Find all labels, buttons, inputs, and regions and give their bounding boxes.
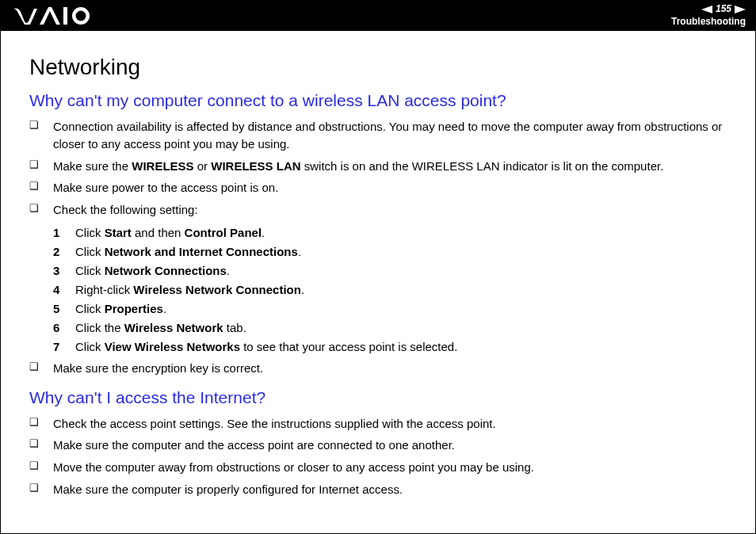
bullet-text: Make sure the encryption key is correct. (53, 360, 263, 377)
list-item: ❑ Check the access point settings. See t… (29, 415, 727, 433)
step-text: Click Start and then Control Panel. (75, 223, 265, 242)
bullet-text: Check the following setting: (53, 201, 198, 219)
step-number: 6 (53, 318, 75, 338)
list-item: ❑ Make sure the WIRELESS or WIRELESS LAN… (29, 158, 727, 175)
list-item: ❑ Make sure the computer and the access … (29, 437, 727, 454)
next-page-arrow-icon[interactable] (735, 6, 746, 13)
bullet-icon: ❑ (29, 459, 53, 474)
list-item: ❑ Check the following setting: (29, 201, 727, 219)
step-item: 3 Click Network Connections. (53, 261, 727, 280)
step-item: 2 Click Network and Internet Connections… (53, 242, 727, 261)
bullet-icon: ❑ (29, 158, 53, 173)
step-item: 7 Click View Wireless Networks to see th… (53, 338, 727, 357)
list-item: ❑ Make sure the encryption key is correc… (29, 360, 727, 377)
header-right: 155 Troubleshooting (671, 3, 746, 28)
bullet-icon: ❑ (29, 201, 53, 216)
step-text: Click Network and Internet Connections. (75, 242, 301, 261)
bullet-text: Make sure the computer and the access po… (53, 437, 455, 454)
bullet-text: Make sure the WIRELESS or WIRELESS LAN s… (53, 158, 663, 175)
step-item: 1 Click Start and then Control Panel. (53, 223, 727, 242)
bullet-list-1: ❑ Connection availability is affected by… (29, 118, 727, 219)
bullet-icon: ❑ (29, 179, 53, 194)
step-item: 6 Click the Wireless Network tab. (53, 318, 727, 338)
step-text: Click the Wireless Network tab. (75, 318, 246, 338)
bullet-list-2: ❑ Check the access point settings. See t… (29, 415, 727, 498)
bullet-text: Make sure power to the access point is o… (53, 179, 278, 196)
step-text: Click View Wireless Networks to see that… (75, 338, 457, 357)
step-item: 4 Right-click Wireless Network Connectio… (53, 280, 727, 299)
step-text: Click Network Connections. (75, 261, 230, 280)
bullet-text: Make sure the computer is properly confi… (53, 481, 403, 498)
page-number: 155 (716, 3, 731, 16)
vaio-logo (13, 7, 91, 25)
bullet-text: Check the access point settings. See the… (53, 415, 496, 433)
list-item: ❑ Make sure power to the access point is… (29, 179, 727, 196)
step-number: 7 (53, 338, 75, 357)
bullet-icon: ❑ (29, 360, 53, 375)
section-label: Troubleshooting (671, 16, 746, 29)
svg-point-2 (76, 11, 86, 21)
page-navigation: 155 (671, 3, 746, 16)
bullet-text: Connection availability is affected by d… (53, 118, 727, 153)
bullet-text: Move the computer away from obstructions… (53, 459, 534, 476)
step-item: 5 Click Properties. (53, 299, 727, 318)
list-item: ❑ Make sure the computer is properly con… (29, 481, 727, 498)
bullet-icon: ❑ (29, 437, 53, 452)
step-number: 4 (53, 280, 75, 299)
question-heading-2: Why can't I access the Internet? (29, 388, 727, 407)
question-heading-1: Why can't my computer connect to a wirel… (29, 91, 727, 110)
step-text: Click Properties. (75, 299, 166, 318)
list-item: ❑ Move the computer away from obstructio… (29, 459, 727, 476)
step-text: Right-click Wireless Network Connection. (75, 280, 304, 299)
bullet-icon: ❑ (29, 481, 53, 496)
svg-rect-0 (63, 7, 67, 25)
step-number: 1 (53, 223, 75, 242)
list-item: ❑ Connection availability is affected by… (29, 118, 727, 153)
bullet-icon: ❑ (29, 415, 53, 430)
numbered-steps: 1 Click Start and then Control Panel. 2 … (53, 223, 727, 357)
page-header: 155 Troubleshooting (1, 1, 755, 31)
page-content: Networking Why can't my computer connect… (1, 31, 755, 519)
step-number: 3 (53, 261, 75, 280)
step-number: 2 (53, 242, 75, 261)
bullet-list-1b: ❑ Make sure the encryption key is correc… (29, 360, 727, 377)
bullet-icon: ❑ (29, 118, 53, 133)
prev-page-arrow-icon[interactable] (701, 6, 712, 13)
page-title: Networking (29, 55, 727, 80)
step-number: 5 (53, 299, 75, 318)
